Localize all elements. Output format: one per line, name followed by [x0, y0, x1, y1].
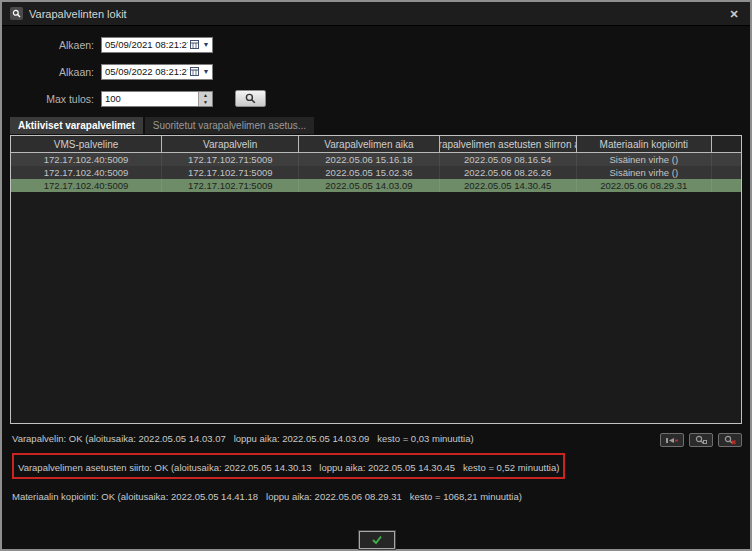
arrow-left-icon [665, 436, 679, 445]
max-results-row: Max tulos: 100 ▲ ▼ [2, 90, 750, 107]
cell-vms-server: 172.17.102.40:5009 [11, 153, 162, 166]
tab-completed-settings-transfers[interactable]: Suoritetut varapalvelimen asetus... [145, 117, 314, 134]
cell-settings-transfer-time: 2022.05.06 08.26.26 [440, 166, 577, 179]
search-icon [245, 90, 256, 108]
cell-failover-time: 2022.05.05 15.02.36 [299, 166, 439, 179]
highlighted-status-box: Varapalvelimen asetusten siirto: OK (alo… [12, 453, 565, 479]
chevron-down-icon[interactable]: ▼ [200, 38, 212, 52]
chevron-down-icon[interactable]: ▼ [200, 65, 212, 79]
column-header-failover-server[interactable]: Varapalvelin [162, 136, 299, 153]
column-header-stub [712, 136, 741, 153]
jump-to-start-button[interactable] [660, 433, 684, 447]
max-results-value: 100 [102, 92, 198, 106]
max-results-label: Max tulos: [2, 93, 94, 105]
column-header-vms-server[interactable]: VMS-palveline [11, 136, 162, 153]
dialog-logs-icon [10, 7, 23, 20]
failover-log-table: VMS-palveline Varapalvelin Varapalvelime… [10, 135, 742, 424]
remove-search-button[interactable] [718, 433, 742, 447]
table-row-selected[interactable]: 172.17.102.40:5009 172.17.102.71:5009 20… [11, 179, 741, 192]
filter-form: Alkaen: 05/09/2021 08:21:27 ▼ Alkaan: 05… [2, 26, 750, 107]
start-time-input[interactable]: 05/09/2021 08:21:27 ▼ [101, 37, 213, 53]
cell-failover-server: 172.17.102.71:5009 [162, 166, 299, 179]
cell-failover-time: 2022.05.06 15.16.18 [299, 153, 439, 166]
start-time-value: 05/09/2021 08:21:27 [102, 39, 188, 50]
table-header-row: VMS-palveline Varapalvelin Varapalvelime… [11, 136, 741, 153]
magnifier-remove-icon [723, 435, 737, 445]
cell-settings-transfer-time: 2022.05.05 14.30.45 [440, 179, 577, 192]
search-material-button[interactable] [689, 433, 713, 447]
calendar-icon[interactable] [188, 38, 200, 52]
mini-button-group [660, 433, 742, 447]
tab-active-failover-servers[interactable]: Aktiiviset varapalvelimet [10, 117, 143, 134]
stepper-up-icon[interactable]: ▲ [199, 92, 212, 99]
checkmark-icon [371, 535, 383, 545]
cell-failover-server: 172.17.102.71:5009 [162, 153, 299, 166]
title-bar[interactable]: Varapalvelinten lokit ✕ [2, 2, 750, 26]
cell-material-copy: 2022.05.06 08.29.31 [577, 179, 712, 192]
failover-logs-dialog: Varapalvelinten lokit ✕ Alkaen: 05/09/20… [0, 0, 752, 551]
cell-stub [712, 166, 741, 179]
column-header-material-copy[interactable]: Materiaalin kopiointi [577, 136, 712, 153]
tab-label: Aktiiviset varapalvelimet [18, 120, 135, 131]
magnifier-add-icon [694, 435, 708, 445]
window-title: Varapalvelinten lokit [29, 8, 127, 20]
table-row[interactable]: 172.17.102.40:5009 172.17.102.71:5009 20… [11, 153, 741, 166]
calendar-icon[interactable] [188, 65, 200, 79]
cell-material-copy: Sisäinen virhe () [577, 166, 712, 179]
max-results-stepper[interactable]: 100 ▲ ▼ [101, 91, 213, 107]
close-icon[interactable]: ✕ [726, 6, 742, 22]
start-time-row: Alkaen: 05/09/2021 08:21:27 ▼ [2, 36, 750, 53]
cell-vms-server: 172.17.102.40:5009 [11, 166, 162, 179]
cell-stub [712, 179, 741, 192]
cell-vms-server: 172.17.102.40:5009 [11, 179, 162, 192]
start-time-label: Alkaen: [2, 39, 94, 51]
column-header-settings-transfer-time[interactable]: Varapalvelimen asetusten siirron a... [440, 136, 577, 153]
end-time-value: 05/09/2022 08:21:27 [102, 66, 188, 77]
table-row[interactable]: 172.17.102.40:5009 172.17.102.71:5009 20… [11, 166, 741, 179]
status-failover-server: Varapalvelin: OK (aloitusaika: 2022.05.0… [12, 433, 474, 444]
cell-material-copy: Sisäinen virhe () [577, 153, 712, 166]
status-settings-transfer: Varapalvelimen asetusten siirto: OK (alo… [18, 462, 559, 473]
stepper-down-icon[interactable]: ▼ [199, 99, 212, 106]
cell-stub [712, 153, 741, 166]
status-area: Varapalvelin: OK (aloitusaika: 2022.05.0… [2, 424, 750, 549]
column-header-failover-time[interactable]: Varapalvelimen aika [299, 136, 439, 153]
tab-label: Suoritetut varapalvelimen asetus... [153, 120, 306, 131]
cell-failover-time: 2022.05.05 14.03.09 [299, 179, 439, 192]
end-time-label: Alkaan: [2, 66, 94, 78]
cell-settings-transfer-time: 2022.05.09 08.16.54 [440, 153, 577, 166]
search-button[interactable] [235, 90, 266, 107]
cell-failover-server: 172.17.102.71:5009 [162, 179, 299, 192]
status-material-copy: Materiaalin kopiointi: OK (aloitusaika: … [12, 491, 522, 502]
ok-button[interactable] [359, 531, 395, 549]
end-time-row: Alkaan: 05/09/2022 08:21:27 ▼ [2, 63, 750, 80]
table-empty-area [11, 192, 741, 423]
stepper-arrows: ▲ ▼ [198, 92, 212, 106]
tab-bar: Aktiiviset varapalvelimet Suoritetut var… [10, 117, 750, 134]
end-time-input[interactable]: 05/09/2022 08:21:27 ▼ [101, 64, 213, 80]
